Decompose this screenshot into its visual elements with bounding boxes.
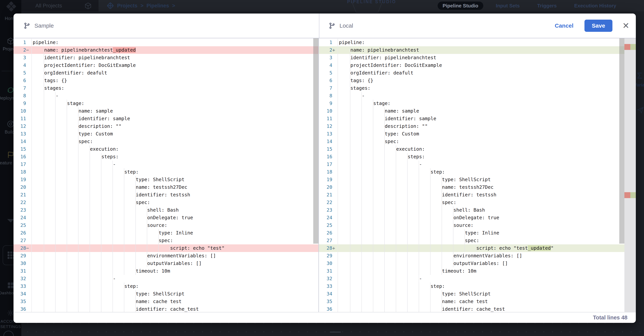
code-line[interactable]: name: testssh27Dec [338, 184, 636, 191]
code-line[interactable]: source: [338, 222, 636, 229]
breadcrumb-item[interactable]: Pipelines [146, 3, 169, 9]
code-line[interactable]: script: echo "test" [32, 244, 318, 252]
code-line[interactable]: tags: {} [338, 77, 636, 84]
code-line[interactable]: stages: [32, 84, 318, 92]
code-line[interactable]: spec: [32, 138, 318, 145]
code-line[interactable]: execution: [338, 145, 636, 153]
indent-guides [339, 168, 430, 176]
code-line[interactable]: steps: [338, 153, 636, 160]
code-line[interactable]: spec: [338, 138, 636, 145]
code-line[interactable]: description: "" [32, 122, 318, 130]
code-text: timeout: 10m [136, 267, 170, 275]
studio-right-rail: Σ Variables [636, 12, 644, 323]
code-line[interactable]: name: pipelinebranchtest_updated [32, 46, 318, 54]
code-line[interactable]: - [32, 275, 318, 282]
save-button[interactable]: Save [584, 20, 612, 32]
code-line[interactable]: name: pipelinebranchtest [338, 46, 636, 54]
code-line[interactable]: type: ShellScript [338, 290, 636, 298]
code-line[interactable]: script: echo "test_updated" [338, 244, 636, 252]
left-scrollbar-thumb[interactable] [313, 38, 318, 244]
code-line[interactable]: shell: Bash [32, 206, 318, 214]
breadcrumb[interactable]: Projects > Pipelines > [106, 0, 175, 12]
code-line[interactable]: type: ShellScript [338, 176, 636, 184]
code-line[interactable]: type: Inline [32, 229, 318, 237]
code-line[interactable]: name: cache test [32, 298, 318, 305]
code-line[interactable]: identifier: cache_test [32, 305, 318, 312]
code-line[interactable]: type: Inline [338, 229, 636, 237]
code-line[interactable]: identifier: sample [32, 115, 318, 122]
code-line[interactable]: identifier: sample [338, 115, 636, 122]
code-line[interactable]: identifier: pipelinebranchtest [32, 54, 318, 62]
code-line[interactable]: type: ShellScript [32, 176, 318, 184]
code-line[interactable]: identifier: testssh [32, 191, 318, 199]
breadcrumb-item[interactable]: Projects [117, 3, 138, 9]
code-row: 5orgIdentifier: deafult [319, 69, 636, 77]
right-scrollbar-thumb[interactable] [619, 38, 624, 244]
code-line[interactable]: - [32, 92, 318, 100]
cancel-button[interactable]: Cancel [555, 23, 574, 29]
code-line[interactable]: - [338, 160, 636, 168]
code-line[interactable]: environmentVariables: [] [338, 252, 636, 260]
code-line[interactable]: steps: [32, 153, 318, 160]
code-line[interactable]: name: cache test [338, 298, 636, 305]
code-line[interactable]: projectIdentifier: DocGitExample [32, 62, 318, 69]
code-line[interactable]: identifier: testssh [338, 191, 636, 199]
code-line[interactable]: - [32, 160, 318, 168]
variables-sigma-icon[interactable]: Σ [637, 70, 642, 81]
code-line[interactable]: description: "" [338, 122, 636, 130]
tab-pipeline-studio[interactable]: Pipeline Studio [438, 2, 483, 10]
tab-triggers[interactable]: Triggers [532, 2, 562, 10]
tab-execution-history[interactable]: Execution History [569, 2, 621, 10]
code-line[interactable]: onDelegate: true [32, 214, 318, 222]
line-number: 14 [326, 138, 332, 145]
code-line[interactable]: - [338, 92, 636, 100]
code-line[interactable]: type: ShellScript [32, 290, 318, 298]
code-line[interactable]: - [338, 275, 636, 282]
code-line[interactable]: name: sample [32, 107, 318, 115]
code-line[interactable]: pipeline: [338, 39, 636, 46]
code-line[interactable]: name: sample [338, 107, 636, 115]
code-line[interactable]: stages: [338, 84, 636, 92]
code-line[interactable]: shell: Bash [338, 206, 636, 214]
code-line[interactable]: name: testssh27Dec [32, 184, 318, 191]
code-line[interactable]: type: Custom [32, 130, 318, 138]
code-line[interactable]: pipeline: [32, 39, 318, 46]
code-line[interactable]: identifier: cache_test [338, 305, 636, 312]
code-line[interactable]: spec: [338, 199, 636, 206]
code-line[interactable]: step: [32, 282, 318, 290]
code-line[interactable]: stage: [32, 100, 318, 107]
code-line[interactable]: step: [338, 168, 636, 176]
code-line[interactable]: orgIdentifier: deafult [338, 69, 636, 77]
user-avatar[interactable] [4, 331, 14, 336]
close-icon[interactable]: ✕ [622, 22, 629, 30]
line-number: 36 [20, 305, 26, 312]
code-line[interactable]: onDelegate: true [338, 214, 636, 222]
code-line[interactable]: projectIdentifier: DocGitExample [338, 62, 636, 69]
code-line[interactable]: spec: [32, 199, 318, 206]
code-line[interactable]: identifier: pipelinebranchtest [338, 54, 636, 62]
code-row: 32- [319, 275, 636, 282]
code-line[interactable]: spec: [338, 237, 636, 244]
diff-marker [26, 107, 30, 115]
code-line[interactable]: source: [32, 222, 318, 229]
diff-marker [26, 54, 30, 62]
code-line[interactable]: outputVariables: [] [32, 260, 318, 267]
code-line[interactable]: type: Custom [338, 130, 636, 138]
code-row: 36identifier: cache_test [319, 305, 636, 312]
code-text: script: echo "test_updated" [476, 244, 554, 252]
code-line[interactable]: orgIdentifier: deafult [32, 69, 318, 77]
code-line[interactable]: spec: [32, 237, 318, 244]
code-line[interactable]: timeout: 10m [32, 267, 318, 275]
notify-kite-icon[interactable] [636, 106, 644, 114]
code-line[interactable]: stage: [338, 100, 636, 107]
code-line[interactable]: step: [32, 168, 318, 176]
project-selector[interactable]: All Projects [21, 0, 98, 12]
diff-overview-ruler[interactable] [624, 38, 636, 312]
code-line[interactable]: outputVariables: [] [338, 260, 636, 267]
code-line[interactable]: tags: {} [32, 77, 318, 84]
code-line[interactable]: execution: [32, 145, 318, 153]
code-line[interactable]: environmentVariables: [] [32, 252, 318, 260]
code-line[interactable]: timeout: 10m [338, 267, 636, 275]
tab-input-sets[interactable]: Input Sets [491, 2, 525, 10]
code-line[interactable]: step: [338, 282, 636, 290]
